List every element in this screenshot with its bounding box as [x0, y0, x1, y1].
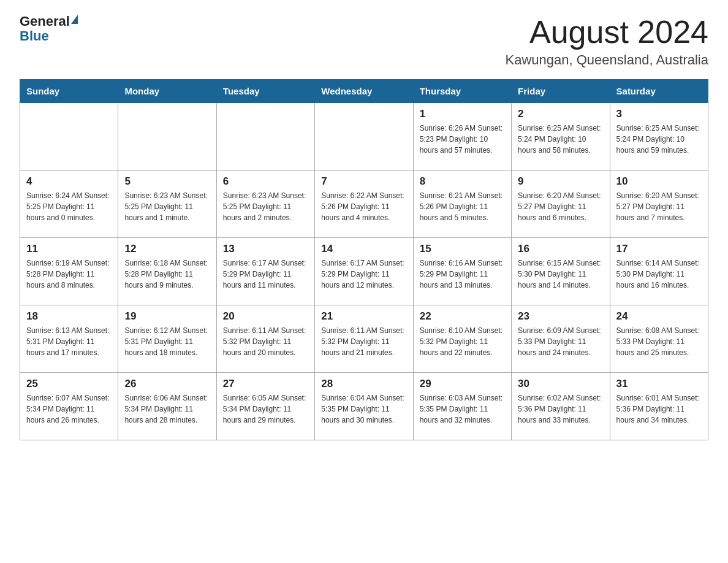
calendar-day-cell: 10Sunrise: 6:20 AM Sunset: 5:27 PM Dayli… — [610, 170, 708, 238]
calendar-day-cell: 22Sunrise: 6:10 AM Sunset: 5:32 PM Dayli… — [413, 305, 511, 373]
day-info: Sunrise: 6:15 AM Sunset: 5:30 PM Dayligh… — [518, 258, 603, 291]
day-info: Sunrise: 6:14 AM Sunset: 5:30 PM Dayligh… — [616, 258, 702, 291]
day-info: Sunrise: 6:19 AM Sunset: 5:28 PM Dayligh… — [26, 258, 112, 291]
calendar-week-row: 25Sunrise: 6:07 AM Sunset: 5:34 PM Dayli… — [20, 373, 708, 440]
day-number: 31 — [616, 378, 702, 390]
calendar-subtitle: Kawungan, Queensland, Australia — [506, 52, 708, 68]
calendar-day-cell: 29Sunrise: 6:03 AM Sunset: 5:35 PM Dayli… — [413, 373, 511, 440]
day-number: 24 — [616, 310, 702, 323]
calendar-day-cell — [118, 103, 216, 170]
day-number: 3 — [616, 108, 702, 120]
logo: General Blue — [20, 15, 78, 43]
day-number: 9 — [518, 175, 603, 188]
day-number: 29 — [420, 378, 505, 390]
day-info: Sunrise: 6:08 AM Sunset: 5:33 PM Dayligh… — [616, 325, 702, 358]
day-number: 11 — [26, 243, 112, 255]
calendar-day-cell: 5Sunrise: 6:23 AM Sunset: 5:25 PM Daylig… — [118, 170, 216, 238]
calendar-day-cell: 14Sunrise: 6:17 AM Sunset: 5:29 PM Dayli… — [315, 238, 413, 305]
day-info: Sunrise: 6:11 AM Sunset: 5:32 PM Dayligh… — [223, 325, 308, 358]
calendar-day-cell: 6Sunrise: 6:23 AM Sunset: 5:25 PM Daylig… — [216, 170, 314, 238]
calendar-week-row: 1Sunrise: 6:26 AM Sunset: 5:23 PM Daylig… — [20, 103, 708, 170]
calendar-day-cell: 21Sunrise: 6:11 AM Sunset: 5:32 PM Dayli… — [315, 305, 413, 373]
day-number: 25 — [26, 378, 112, 390]
calendar-header-row: SundayMondayTuesdayWednesdayThursdayFrid… — [20, 80, 708, 103]
calendar-day-cell: 23Sunrise: 6:09 AM Sunset: 5:33 PM Dayli… — [512, 305, 610, 373]
day-header-friday: Friday — [512, 80, 610, 103]
calendar-week-row: 18Sunrise: 6:13 AM Sunset: 5:31 PM Dayli… — [20, 305, 708, 373]
logo-triangle-icon — [71, 15, 78, 24]
day-header-saturday: Saturday — [610, 80, 708, 103]
day-info: Sunrise: 6:02 AM Sunset: 5:36 PM Dayligh… — [518, 393, 603, 426]
day-number: 30 — [518, 378, 603, 390]
day-number: 18 — [26, 310, 112, 323]
calendar-day-cell: 25Sunrise: 6:07 AM Sunset: 5:34 PM Dayli… — [20, 373, 118, 440]
calendar-day-cell — [216, 103, 314, 170]
day-number: 15 — [420, 243, 505, 255]
calendar-day-cell: 1Sunrise: 6:26 AM Sunset: 5:23 PM Daylig… — [413, 103, 511, 170]
calendar-day-cell: 7Sunrise: 6:22 AM Sunset: 5:26 PM Daylig… — [315, 170, 413, 238]
day-number: 28 — [321, 378, 406, 390]
day-number: 4 — [26, 175, 112, 188]
day-number: 7 — [321, 175, 406, 188]
calendar-day-cell: 18Sunrise: 6:13 AM Sunset: 5:31 PM Dayli… — [20, 305, 118, 373]
calendar-day-cell: 20Sunrise: 6:11 AM Sunset: 5:32 PM Dayli… — [216, 305, 314, 373]
calendar-day-cell: 16Sunrise: 6:15 AM Sunset: 5:30 PM Dayli… — [512, 238, 610, 305]
day-info: Sunrise: 6:05 AM Sunset: 5:34 PM Dayligh… — [223, 393, 308, 426]
day-info: Sunrise: 6:17 AM Sunset: 5:29 PM Dayligh… — [223, 258, 308, 291]
day-number: 17 — [616, 243, 702, 255]
calendar-day-cell: 2Sunrise: 6:25 AM Sunset: 5:24 PM Daylig… — [512, 103, 610, 170]
calendar-day-cell: 15Sunrise: 6:16 AM Sunset: 5:29 PM Dayli… — [413, 238, 511, 305]
calendar-day-cell: 4Sunrise: 6:24 AM Sunset: 5:25 PM Daylig… — [20, 170, 118, 238]
day-info: Sunrise: 6:11 AM Sunset: 5:32 PM Dayligh… — [321, 325, 406, 358]
day-info: Sunrise: 6:13 AM Sunset: 5:31 PM Dayligh… — [26, 325, 112, 358]
calendar-day-cell: 24Sunrise: 6:08 AM Sunset: 5:33 PM Dayli… — [610, 305, 708, 373]
logo-general-text: General — [20, 15, 70, 28]
day-info: Sunrise: 6:20 AM Sunset: 5:27 PM Dayligh… — [616, 190, 702, 223]
calendar-day-cell: 9Sunrise: 6:20 AM Sunset: 5:27 PM Daylig… — [512, 170, 610, 238]
calendar-day-cell: 17Sunrise: 6:14 AM Sunset: 5:30 PM Dayli… — [610, 238, 708, 305]
day-info: Sunrise: 6:23 AM Sunset: 5:25 PM Dayligh… — [124, 190, 210, 223]
calendar-day-cell: 26Sunrise: 6:06 AM Sunset: 5:34 PM Dayli… — [118, 373, 216, 440]
calendar-day-cell: 30Sunrise: 6:02 AM Sunset: 5:36 PM Dayli… — [512, 373, 610, 440]
day-info: Sunrise: 6:09 AM Sunset: 5:33 PM Dayligh… — [518, 325, 603, 358]
day-info: Sunrise: 6:25 AM Sunset: 5:24 PM Dayligh… — [616, 123, 702, 156]
day-number: 19 — [124, 310, 210, 323]
day-number: 14 — [321, 243, 406, 255]
day-info: Sunrise: 6:01 AM Sunset: 5:36 PM Dayligh… — [616, 393, 702, 426]
calendar-day-cell — [20, 103, 118, 170]
day-info: Sunrise: 6:06 AM Sunset: 5:34 PM Dayligh… — [124, 393, 210, 426]
calendar-day-cell: 8Sunrise: 6:21 AM Sunset: 5:26 PM Daylig… — [413, 170, 511, 238]
day-number: 23 — [518, 310, 603, 323]
calendar-title: August 2024 — [506, 15, 708, 50]
day-header-wednesday: Wednesday — [315, 80, 413, 103]
day-number: 2 — [518, 108, 603, 120]
page-header: General Blue August 2024 Kawungan, Queen… — [20, 15, 708, 68]
logo-blue-text: Blue — [20, 29, 49, 43]
title-block: August 2024 Kawungan, Queensland, Austra… — [506, 15, 708, 68]
calendar-week-row: 11Sunrise: 6:19 AM Sunset: 5:28 PM Dayli… — [20, 238, 708, 305]
day-number: 8 — [420, 175, 505, 188]
day-info: Sunrise: 6:04 AM Sunset: 5:35 PM Dayligh… — [321, 393, 406, 426]
calendar-day-cell: 27Sunrise: 6:05 AM Sunset: 5:34 PM Dayli… — [216, 373, 314, 440]
day-info: Sunrise: 6:16 AM Sunset: 5:29 PM Dayligh… — [420, 258, 505, 291]
day-header-monday: Monday — [118, 80, 216, 103]
day-info: Sunrise: 6:18 AM Sunset: 5:28 PM Dayligh… — [124, 258, 210, 291]
day-number: 26 — [124, 378, 210, 390]
day-number: 10 — [616, 175, 702, 188]
calendar-day-cell: 3Sunrise: 6:25 AM Sunset: 5:24 PM Daylig… — [610, 103, 708, 170]
calendar-day-cell — [315, 103, 413, 170]
day-info: Sunrise: 6:22 AM Sunset: 5:26 PM Dayligh… — [321, 190, 406, 223]
calendar-day-cell: 11Sunrise: 6:19 AM Sunset: 5:28 PM Dayli… — [20, 238, 118, 305]
day-info: Sunrise: 6:07 AM Sunset: 5:34 PM Dayligh… — [26, 393, 112, 426]
day-header-sunday: Sunday — [20, 80, 118, 103]
calendar-table: SundayMondayTuesdayWednesdayThursdayFrid… — [20, 79, 708, 440]
day-number: 20 — [223, 310, 308, 323]
day-header-tuesday: Tuesday — [216, 80, 314, 103]
day-info: Sunrise: 6:10 AM Sunset: 5:32 PM Dayligh… — [420, 325, 505, 358]
day-info: Sunrise: 6:25 AM Sunset: 5:24 PM Dayligh… — [518, 123, 603, 156]
calendar-day-cell: 13Sunrise: 6:17 AM Sunset: 5:29 PM Dayli… — [216, 238, 314, 305]
day-number: 21 — [321, 310, 406, 323]
day-number: 1 — [420, 108, 505, 120]
calendar-day-cell: 19Sunrise: 6:12 AM Sunset: 5:31 PM Dayli… — [118, 305, 216, 373]
day-info: Sunrise: 6:12 AM Sunset: 5:31 PM Dayligh… — [124, 325, 210, 358]
